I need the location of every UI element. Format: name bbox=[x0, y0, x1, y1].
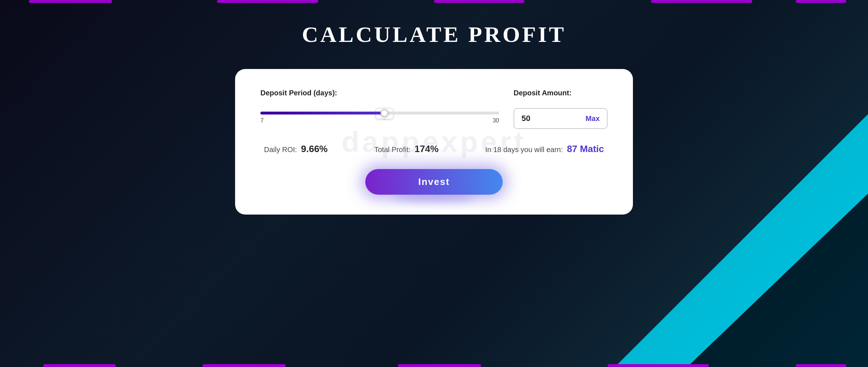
max-button[interactable]: Max bbox=[586, 115, 600, 123]
main-content: CALCULATE PROFIT dappexpert Deposit Peri… bbox=[0, 0, 868, 367]
deposit-input-value: 50 bbox=[522, 114, 586, 123]
daily-roi-value: 9.66% bbox=[301, 143, 328, 154]
slider-min: 7 bbox=[260, 117, 264, 124]
page-title: CALCULATE PROFIT bbox=[302, 22, 566, 47]
total-profit-stat: Total Profit: 174% bbox=[374, 143, 439, 155]
earn-label: In 18 days you will earn: bbox=[485, 146, 563, 154]
amount-section: Deposit Amount: 50 Max bbox=[514, 89, 608, 129]
invest-button[interactable]: Invest bbox=[365, 169, 503, 195]
period-section: Deposit Period (days): 18 7 30 bbox=[260, 89, 499, 129]
slider-fill bbox=[260, 112, 384, 115]
stats-row: Daily ROI: 9.66% Total Profit: 174% In 1… bbox=[260, 143, 608, 155]
daily-roi-label: Daily ROI: bbox=[264, 146, 297, 154]
slider-wrapper: 18 7 30 bbox=[260, 112, 499, 124]
daily-roi-stat: Daily ROI: 9.66% bbox=[264, 143, 328, 155]
earn-stat: In 18 days you will earn: 87 Matic bbox=[485, 143, 604, 155]
invest-button-wrapper: Invest bbox=[260, 169, 608, 195]
deposit-input-wrapper[interactable]: 50 Max bbox=[514, 108, 608, 129]
card-top-grid: Deposit Period (days): 18 7 30 Deposit A… bbox=[260, 89, 608, 129]
deposit-amount-label: Deposit Amount: bbox=[514, 89, 608, 97]
calculator-card: dappexpert Deposit Period (days): 18 7 3… bbox=[235, 69, 633, 215]
total-profit-value: 174% bbox=[414, 143, 439, 154]
slider-thumb[interactable] bbox=[380, 109, 388, 117]
slider-max: 30 bbox=[493, 117, 499, 124]
slider-track bbox=[260, 112, 499, 115]
deposit-period-label: Deposit Period (days): bbox=[260, 89, 499, 97]
total-profit-label: Total Profit: bbox=[374, 146, 410, 154]
earn-value: 87 Matic bbox=[567, 143, 604, 154]
